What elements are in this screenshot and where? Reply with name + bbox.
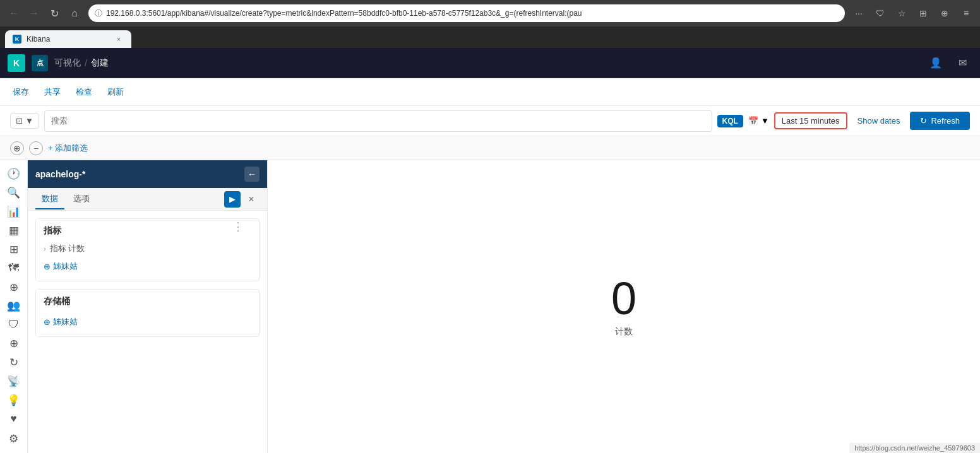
- refresh-label: Refresh: [931, 116, 960, 126]
- kibana-header: K 点 可视化 / 创建 👤 ✉: [0, 48, 980, 78]
- inspect-button[interactable]: 检查: [73, 84, 95, 100]
- sidebar-icon-shield[interactable]: 🛡: [3, 316, 25, 334]
- bookmark-button[interactable]: ☆: [893, 4, 911, 22]
- browser-tab[interactable]: K Kibana ×: [5, 30, 131, 48]
- breadcrumb: 可视化 / 创建: [54, 57, 109, 69]
- sidebar-icon-bulb[interactable]: 💡: [3, 391, 25, 409]
- kibana-logo: K: [8, 54, 25, 72]
- tab-options[interactable]: 选项: [67, 189, 96, 209]
- profile-button[interactable]: ⊕: [936, 4, 953, 22]
- main-content: 🕐 🔍 📊 ▦ ⊞ 🗺 ⊕ 👥 🛡 ⊕ ↻ 📡 💡 ♥ ⚙ apachelog-…: [0, 160, 980, 453]
- refresh-toolbar-button[interactable]: 刷新: [105, 84, 126, 100]
- panel-content: 指标 › 指标 计数 ⊕ 姊妹姑 存储桶 ⊕ 姊妹姑: [28, 211, 267, 453]
- nav-buttons: ← → ↻ ⌂: [5, 4, 83, 22]
- tab-close-button[interactable]: ×: [243, 191, 260, 208]
- home-button[interactable]: ⌂: [66, 4, 83, 22]
- index-pattern-label: apachelog-*: [35, 169, 239, 179]
- breadcrumb-current: 创建: [91, 57, 109, 69]
- footer-url: https://blog.csdn.net/weizhe_45979603: [849, 443, 980, 453]
- forward-button[interactable]: →: [25, 4, 43, 22]
- kql-badge[interactable]: KQL: [717, 115, 743, 127]
- add-filter-button[interactable]: + 添加筛选: [48, 143, 88, 154]
- panel-tabs: 数据 选项 ▶ ×: [28, 188, 267, 211]
- buckets-section-title: 存储桶: [44, 296, 251, 307]
- tab-title: Kibana: [27, 35, 109, 44]
- save-button[interactable]: 保存: [10, 84, 32, 100]
- metrics-item-label: 指标 计数: [50, 243, 85, 254]
- metrics-item-row[interactable]: › 指标 计数: [44, 243, 251, 254]
- sidebar-toggle[interactable]: ≡: [957, 4, 975, 22]
- kibana-app: K 点 可视化 / 创建 👤 ✉ 保存 共享 检查 刷新 ⊡ ▼ KQL 📅 ▼…: [0, 48, 980, 453]
- metric-label: 计数: [615, 326, 633, 338]
- metric-value: 0: [611, 276, 636, 321]
- add-metrics-sibling-button[interactable]: ⊕ 姊妹姑: [44, 258, 251, 274]
- add-sibling-icon: ⊕: [44, 262, 51, 271]
- add-sibling-label: 姊妹姑: [53, 261, 78, 272]
- browser-chrome: ← → ↻ ⌂ ⓘ 192.168.0.3:5601/app/kibana#/v…: [0, 0, 980, 26]
- url-text: 192.168.0.3:5601/app/kibana#/visualize/c…: [106, 9, 839, 18]
- header-profile-button[interactable]: 👤: [926, 53, 946, 73]
- search-input[interactable]: [51, 116, 705, 126]
- sidebar-icon-layers[interactable]: ⊕: [3, 335, 25, 353]
- tab-close-button[interactable]: ×: [114, 34, 124, 44]
- tab-favicon: K: [13, 35, 21, 44]
- browser-actions: ··· 🛡 ☆ ⊞ ⊕ ≡: [850, 4, 975, 22]
- extensions-icon[interactable]: ⊞: [914, 4, 932, 22]
- filter-chevron: ▼: [25, 116, 33, 126]
- tab-data[interactable]: 数据: [35, 189, 64, 209]
- refresh-icon: ↻: [920, 116, 927, 126]
- breadcrumb-parent[interactable]: 可视化: [54, 57, 81, 69]
- search-input-wrap[interactable]: [44, 110, 712, 132]
- tab-controls: ▶ ×: [224, 191, 260, 208]
- sidebar-icon-gear[interactable]: ⚙: [3, 430, 25, 448]
- sidebar-icon-table[interactable]: ⊞: [3, 240, 25, 258]
- sidebar-icon-refresh[interactable]: ↻: [3, 354, 25, 372]
- sidebar-icon-wifi[interactable]: 📡: [3, 372, 25, 390]
- sidebar-icon-dashboard[interactable]: ▦: [3, 222, 25, 240]
- query-bar: ⊡ ▼ KQL 📅 ▼ Last 15 minutes Show dates ↻…: [0, 106, 980, 136]
- metric-chevron-icon: ›: [44, 245, 46, 252]
- header-mail-button[interactable]: ✉: [952, 53, 972, 73]
- shield-button[interactable]: 🛡: [871, 4, 889, 22]
- sidebar-icon-clock[interactable]: 🕐: [3, 165, 25, 183]
- filter-minus-button[interactable]: −: [29, 141, 43, 155]
- sidebar-icon-heart[interactable]: ♥: [3, 410, 25, 428]
- filter-row: ⊕ − + 添加筛选: [0, 136, 980, 160]
- footer-url-text: https://blog.csdn.net/weizhe_45979603: [854, 444, 975, 452]
- add-bucket-icon: ⊕: [44, 317, 51, 327]
- show-dates-button[interactable]: Show dates: [852, 114, 905, 128]
- add-bucket-label: 姊妹姑: [53, 316, 78, 327]
- sidebar-icons: 🕐 🔍 📊 ▦ ⊞ 🗺 ⊕ 👥 🛡 ⊕ ↻ 📡 💡 ♥ ⚙: [0, 160, 28, 453]
- filter-toggle[interactable]: ⊡ ▼: [10, 113, 39, 129]
- address-bar[interactable]: ⓘ 192.168.0.3:5601/app/kibana#/visualize…: [88, 4, 845, 22]
- breadcrumb-separator: /: [85, 58, 87, 68]
- calendar-icon: 📅: [748, 116, 758, 126]
- sidebar-icon-chart[interactable]: 📊: [3, 203, 25, 221]
- filter-icon: ⊡: [16, 116, 23, 126]
- sidebar-icon-stack[interactable]: ⊕: [3, 278, 25, 296]
- tab-play-button[interactable]: ▶: [224, 191, 241, 208]
- time-dropdown-arrow: ▼: [761, 116, 769, 126]
- sidebar-icon-users[interactable]: 👥: [3, 297, 25, 315]
- reload-button[interactable]: ↻: [45, 4, 63, 22]
- tab-bar: K Kibana ×: [0, 26, 980, 48]
- panel-area: apachelog-* ← 数据 选项 ▶ × 指标 › 指: [28, 160, 268, 453]
- index-pattern-header: apachelog-* ←: [28, 160, 267, 188]
- refresh-button[interactable]: ↻ Refresh: [910, 112, 970, 130]
- sidebar-icon-map[interactable]: 🗺: [3, 259, 25, 277]
- more-button[interactable]: ···: [850, 4, 868, 22]
- time-picker[interactable]: 📅 ▼: [748, 116, 769, 126]
- metrics-section: 指标 › 指标 计数 ⊕ 姊妹姑: [35, 218, 260, 281]
- back-button[interactable]: ←: [5, 4, 23, 22]
- filter-options-button[interactable]: ⊕: [10, 141, 24, 155]
- add-bucket-button[interactable]: ⊕ 姊妹姑: [44, 314, 251, 330]
- index-pattern-back-button[interactable]: ←: [244, 167, 260, 182]
- metrics-section-title: 指标: [44, 225, 251, 237]
- sidebar-icon-search[interactable]: 🔍: [3, 184, 25, 202]
- drag-handle[interactable]: ⋮: [236, 220, 240, 233]
- security-icon: ⓘ: [95, 8, 102, 19]
- time-range-badge[interactable]: Last 15 minutes: [774, 112, 847, 129]
- kibana-nav-dot[interactable]: 点: [32, 55, 48, 71]
- toolbar: 保存 共享 检查 刷新: [0, 78, 980, 106]
- share-button[interactable]: 共享: [42, 84, 63, 100]
